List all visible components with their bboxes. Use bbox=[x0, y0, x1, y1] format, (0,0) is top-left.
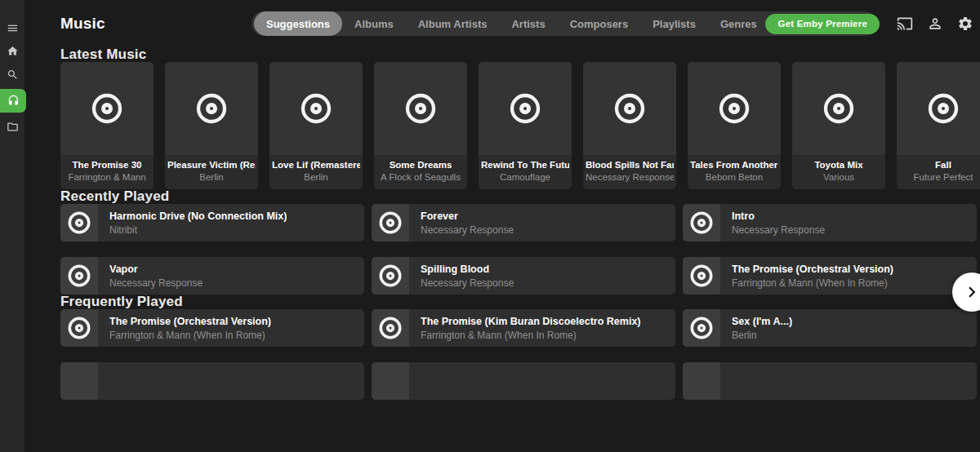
card-subtitle: Future Perfect bbox=[914, 172, 973, 182]
disc-icon bbox=[67, 264, 91, 288]
card-footer: Toyota Mix Various bbox=[792, 155, 885, 189]
sidebar-item-search[interactable] bbox=[0, 65, 24, 83]
disc-icon bbox=[378, 316, 403, 340]
album-card[interactable]: The Promise 30 Farrington & Mann bbox=[60, 62, 154, 189]
album-card[interactable]: Some Dreams A Flock of Seagulls bbox=[374, 62, 467, 189]
row-thumb bbox=[60, 362, 98, 400]
card-thumb bbox=[479, 62, 572, 155]
album-card[interactable]: Love Lif (Remastered Re Berlin bbox=[270, 62, 363, 189]
settings-button[interactable] bbox=[956, 14, 975, 33]
list-item[interactable]: Intro Necessary Response bbox=[683, 204, 977, 242]
tab-genres[interactable]: Genres bbox=[708, 11, 769, 36]
sidebar bbox=[0, 0, 24, 452]
row-text: Forever Necessary Response bbox=[409, 204, 520, 242]
header-controls: Get Emby Premiere bbox=[765, 0, 975, 47]
tab-album-artists[interactable]: Album Artists bbox=[406, 11, 500, 36]
card-subtitle: Beborn Beton bbox=[706, 172, 763, 182]
menu-icon[interactable] bbox=[0, 19, 24, 37]
disc-icon bbox=[927, 92, 960, 125]
list-item[interactable]: The Promise (Orchestral Version) Farring… bbox=[683, 257, 977, 295]
sidebar-item-folders[interactable] bbox=[0, 117, 24, 135]
card-thumb bbox=[165, 62, 258, 155]
get-emby-premiere-button[interactable]: Get Emby Premiere bbox=[765, 14, 880, 34]
chevron-right-icon bbox=[961, 281, 980, 303]
list-item[interactable]: Forever Necessary Response bbox=[372, 204, 675, 242]
row-thumb bbox=[60, 309, 98, 347]
tab-albums[interactable]: Albums bbox=[342, 11, 406, 36]
row-thumb bbox=[683, 362, 720, 400]
card-thumb bbox=[60, 62, 154, 155]
list-item[interactable]: The Promise (Kim Buran Discoelectro Remi… bbox=[372, 309, 675, 347]
row-subtitle: Nitribit bbox=[109, 224, 287, 236]
list-item[interactable]: Vapor Necessary Response bbox=[60, 257, 364, 295]
card-subtitle: Camouflage bbox=[500, 172, 550, 182]
row-text: Spilling Blood Necessary Response bbox=[409, 257, 520, 295]
disc-icon bbox=[404, 92, 437, 125]
album-card[interactable]: Blood Spills Not Far fror Necessary Resp… bbox=[583, 62, 676, 189]
tab-artists[interactable]: Artists bbox=[499, 11, 557, 36]
row-title: Vapor bbox=[109, 264, 203, 275]
card-thumb bbox=[897, 62, 980, 155]
list-item[interactable] bbox=[60, 362, 364, 400]
row-title: The Promise (Kim Buran Discoelectro Remi… bbox=[421, 316, 641, 327]
content: Latest Music The Promise 30 Farrington &… bbox=[60, 47, 980, 400]
list-item[interactable]: Harmonic Drive (No Connection Mix) Nitri… bbox=[60, 204, 364, 242]
row-title: Sex (I'm A...) bbox=[732, 316, 792, 327]
disc-icon bbox=[509, 92, 541, 125]
list-item[interactable]: The Promise (Orchestral Version) Farring… bbox=[60, 309, 364, 347]
main-area: Music Suggestions Albums Album Artists A… bbox=[24, 0, 980, 452]
search-icon bbox=[7, 69, 19, 81]
disc-icon bbox=[300, 92, 332, 125]
user-button[interactable] bbox=[925, 14, 945, 33]
album-card[interactable]: Tales From Another Wor Beborn Beton bbox=[688, 62, 781, 189]
list-item[interactable] bbox=[372, 362, 675, 400]
disc-icon bbox=[195, 92, 228, 125]
card-subtitle: Various bbox=[823, 172, 854, 182]
disc-icon bbox=[613, 92, 646, 125]
page-title: Music bbox=[60, 15, 105, 33]
tab-composers[interactable]: Composers bbox=[558, 11, 641, 36]
album-card[interactable]: Toyota Mix Various bbox=[792, 62, 885, 189]
album-card[interactable]: Fall Future Perfect bbox=[897, 62, 980, 189]
album-card[interactable]: Rewind To The Future A Camouflage bbox=[479, 62, 572, 189]
emby-music-page: Music Suggestions Albums Album Artists A… bbox=[0, 0, 980, 452]
card-title: Fall bbox=[935, 160, 951, 170]
cast-icon bbox=[897, 16, 913, 32]
headphones-icon bbox=[7, 95, 20, 107]
row-subtitle: Farrington & Mann (When In Rome) bbox=[109, 330, 271, 341]
sidebar-item-music[interactable] bbox=[0, 89, 26, 113]
disc-icon bbox=[822, 92, 855, 125]
card-footer: Pleasure Victim (Remas Berlin bbox=[165, 155, 258, 189]
home-icon bbox=[7, 45, 19, 57]
tab-suggestions[interactable]: Suggestions bbox=[254, 11, 342, 36]
row-text: Intro Necessary Response bbox=[720, 204, 831, 242]
list-item[interactable]: Sex (I'm A...) Berlin bbox=[683, 309, 977, 347]
card-thumb bbox=[688, 62, 781, 155]
card-title: Tales From Another Wor bbox=[690, 160, 778, 170]
row-subtitle: Necessary Response bbox=[109, 277, 203, 289]
disc-icon bbox=[67, 316, 91, 340]
disc-icon bbox=[689, 264, 714, 288]
row-thumb bbox=[372, 362, 409, 400]
row-title: Forever bbox=[421, 210, 514, 222]
list-item[interactable] bbox=[683, 362, 977, 400]
card-footer: Blood Spills Not Far fror Necessary Resp… bbox=[583, 155, 676, 189]
card-subtitle: Berlin bbox=[199, 172, 223, 182]
cast-button[interactable] bbox=[895, 14, 915, 33]
row-subtitle: Necessary Response bbox=[732, 224, 825, 236]
row-thumb bbox=[683, 257, 720, 295]
row-title: Spilling Blood bbox=[421, 264, 514, 275]
row-subtitle: Necessary Response bbox=[421, 224, 514, 236]
row-title: The Promise (Orchestral Version) bbox=[109, 316, 271, 327]
recently-played-list: Harmonic Drive (No Connection Mix) Nitri… bbox=[60, 204, 980, 295]
sidebar-item-home[interactable] bbox=[0, 42, 24, 60]
card-subtitle: A Flock of Seagulls bbox=[381, 172, 461, 182]
disc-icon bbox=[67, 210, 91, 235]
list-item[interactable]: Spilling Blood Necessary Response bbox=[372, 257, 675, 295]
row-text: The Promise (Orchestral Version) Farring… bbox=[720, 257, 900, 295]
latest-music-scroller: The Promise 30 Farrington & Mann Pleasur… bbox=[60, 62, 980, 189]
album-card[interactable]: Pleasure Victim (Remas Berlin bbox=[165, 62, 258, 189]
card-footer: Tales From Another Wor Beborn Beton bbox=[688, 155, 781, 189]
tab-playlists[interactable]: Playlists bbox=[640, 11, 708, 36]
section-title-latest-music: Latest Music bbox=[60, 47, 980, 62]
